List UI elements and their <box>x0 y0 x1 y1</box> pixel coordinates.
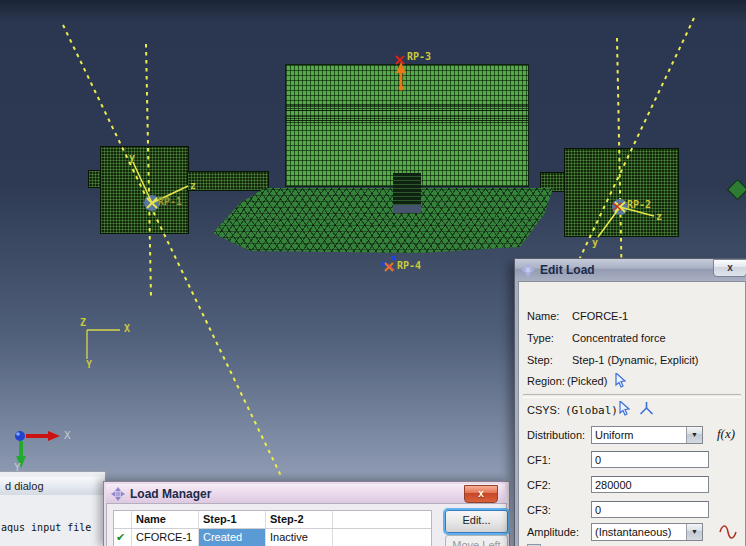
mesh-left-bar <box>187 171 269 191</box>
row-step2-status[interactable]: Inactive <box>266 529 333 546</box>
amplitude-label: Amplitude: <box>527 526 579 538</box>
select-region-cursor-icon[interactable] <box>615 373 626 388</box>
close-icon: x <box>478 488 484 499</box>
edit-load-title: Edit Load <box>540 260 595 280</box>
mesh-plate <box>285 64 529 187</box>
rp4-marker <box>381 256 395 271</box>
background-dialog-window: d dialog aqus input file <box>0 471 106 546</box>
view-triad-x-label: X <box>64 430 71 441</box>
amplitude-value: (Instantaneous) <box>592 524 686 540</box>
rp3-label: RP-3 <box>407 52 431 62</box>
edit-load-body: Name: CFORCE-1 Type: Concentrated force … <box>518 281 746 546</box>
rp1-label: RP-1 <box>158 197 182 207</box>
type-label: Type: <box>527 332 554 344</box>
load-manager-body: Name Step-1 Step-2 ✔ CFORCE-1 Created In… <box>106 503 507 546</box>
rp1-axis-z-label: z <box>190 181 196 191</box>
cf3-input[interactable] <box>591 501 709 518</box>
step-label: Step: <box>527 354 553 366</box>
datum-csys-icon[interactable] <box>639 402 654 416</box>
mesh-plate-dense-band <box>286 115 528 123</box>
abaqus-viewport[interactable]: RP-1 y z RP-2 y z RP-3 RP-4 Z X Y X Y d … <box>0 0 746 546</box>
amplitude-select[interactable]: (Instantaneous) ▼ <box>591 523 703 541</box>
cf2-input[interactable] <box>591 476 709 493</box>
distribution-value: Uniform <box>592 427 686 443</box>
move-left-button[interactable]: Move Left <box>445 535 508 546</box>
mesh-plate-dense-band <box>286 103 528 111</box>
view-triad <box>15 431 60 468</box>
row-check-icon[interactable]: ✔ <box>114 529 132 546</box>
region-label: Region: <box>527 375 565 387</box>
background-dialog-text: aqus input file <box>1 522 91 533</box>
load-manager-close-button[interactable]: x <box>464 485 498 503</box>
close-icon: x <box>727 262 733 273</box>
rp2-label: RP-2 <box>627 200 651 210</box>
datum-y-label: Y <box>86 360 92 370</box>
mesh-right-edge-diamond <box>727 179 746 200</box>
mesh-left-block <box>100 146 189 234</box>
load-manager-title: Load Manager <box>130 484 211 504</box>
edit-load-dialog: Edit Load x Name: CFORCE-1 Type: Concent… <box>514 258 746 546</box>
rp3-marker <box>396 56 404 64</box>
dialog-move-icon <box>521 263 535 277</box>
csys-label: CSYS: <box>527 404 560 416</box>
header-step2[interactable]: Step-2 <box>266 511 333 528</box>
amplitude-wave-icon[interactable] <box>719 525 737 539</box>
edit-button[interactable]: Edit... <box>445 510 508 533</box>
edit-load-close-button[interactable]: x <box>713 259 746 277</box>
rp4-label: RP-4 <box>397 261 421 271</box>
datum-x-label: X <box>124 324 130 334</box>
table-row[interactable]: ✔ CFORCE-1 Created Inactive <box>114 529 431 546</box>
chevron-down-icon[interactable]: ▼ <box>686 427 702 443</box>
rp2-axis-y-label: y <box>592 238 598 248</box>
dialog-move-icon <box>111 487 125 501</box>
cf3-label: CF3: <box>527 504 551 516</box>
mesh-hull-notch <box>393 173 421 205</box>
create-expression-icon[interactable]: f(x) <box>717 426 735 442</box>
edit-load-titlebar[interactable]: Edit Load x <box>515 259 746 280</box>
cf2-label: CF2: <box>527 479 551 491</box>
mesh-hull <box>210 186 556 256</box>
header-step1[interactable]: Step-1 <box>199 511 266 528</box>
load-table[interactable]: Name Step-1 Step-2 ✔ CFORCE-1 Created In… <box>113 510 432 546</box>
mesh-right-block <box>564 148 679 237</box>
header-filler <box>333 511 431 528</box>
select-csys-cursor-icon[interactable] <box>619 401 630 416</box>
mesh-hull-notch-gap <box>393 205 421 213</box>
row-step1-status[interactable]: Created <box>199 529 266 546</box>
csys-value: (Global) <box>565 404 618 417</box>
load-manager-titlebar[interactable]: Load Manager x <box>106 484 505 503</box>
type-value: Concentrated force <box>572 332 666 344</box>
row-filler <box>333 529 431 546</box>
distribution-select[interactable]: Uniform ▼ <box>591 426 703 444</box>
name-label: Name: <box>527 310 559 322</box>
load-manager-dialog: Load Manager x Name Step-1 Step-2 ✔ CFOR… <box>103 481 510 546</box>
cf1-label: CF1: <box>527 454 551 466</box>
rp2-axis-z-label: z <box>656 212 662 222</box>
load-table-header: Name Step-1 Step-2 <box>114 511 431 529</box>
datum-csys-triad <box>87 330 120 359</box>
wire-left-diagonal <box>63 25 282 478</box>
separator <box>523 394 741 398</box>
chevron-down-icon[interactable]: ▼ <box>686 524 702 540</box>
header-check-column <box>114 511 132 528</box>
header-name[interactable]: Name <box>132 511 199 528</box>
distribution-label: Distribution: <box>527 429 585 441</box>
background-dialog-title: d dialog <box>0 477 104 495</box>
cf1-input[interactable] <box>591 451 709 468</box>
name-value: CFORCE-1 <box>572 310 628 322</box>
datum-z-label: Z <box>80 318 86 328</box>
rp1-axis-y-label: y <box>129 153 135 163</box>
step-value: Step-1 (Dynamic, Explicit) <box>572 354 699 366</box>
region-value: (Picked) <box>567 375 607 387</box>
row-load-name[interactable]: CFORCE-1 <box>132 529 199 546</box>
